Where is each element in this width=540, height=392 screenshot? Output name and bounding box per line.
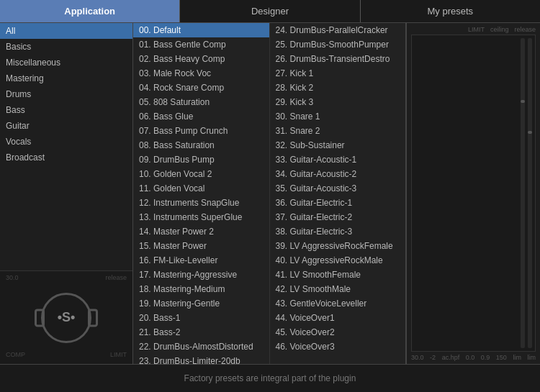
logo-circle (41, 293, 91, 343)
preset-item-24[interactable]: 24. DrumBus-ParallelCracker (270, 23, 406, 37)
sidebar-item-basics[interactable]: Basics (0, 39, 132, 55)
preset-item-38[interactable]: 38. Guitar-Electric-3 (270, 224, 406, 239)
preset-item-23[interactable]: 23. DrumBus-Limiter-20db (133, 354, 269, 364)
category-sidebar: All Basics Miscellaneous Mastering Drums… (0, 23, 133, 364)
preset-item-26[interactable]: 26. DrumBus-TransientDestro (270, 52, 406, 66)
tab-my-presets[interactable]: My presets (361, 0, 540, 22)
preset-item-43[interactable]: 43. GentleVoiceLeveller (270, 296, 406, 311)
preset-item-6[interactable]: 06. Bass Glue (133, 109, 269, 124)
plugin-logo-area: 30.0 release COMP LIMIT (0, 270, 132, 364)
comp-label: COMP (6, 351, 25, 358)
preset-item-42[interactable]: 42. LV SmoothMale (270, 282, 406, 296)
slider-release-handle (521, 100, 525, 103)
preset-item-15[interactable]: 15. Master Power (133, 239, 269, 253)
preset-item-7[interactable]: 07. Bass Pump Crunch (133, 124, 269, 138)
headphone-right (88, 309, 98, 327)
preset-item-36[interactable]: 36. Guitar-Electric-1 (270, 196, 406, 210)
preset-item-2[interactable]: 02. Bass Heavy Comp (133, 52, 269, 66)
preset-item-28[interactable]: 28. Kick 2 (270, 81, 406, 95)
header-tabs: Application Designer My presets (0, 0, 540, 23)
preset-item-22[interactable]: 22. DrumBus-AlmostDistorted (133, 339, 269, 354)
sidebar-param-right: release (105, 274, 127, 281)
main-content: All Basics Miscellaneous Mastering Drums… (0, 23, 540, 364)
meter-area (411, 35, 536, 352)
preset-item-20[interactable]: 20. Bass-1 (133, 311, 269, 325)
limit-label-sidebar: LIMIT (110, 351, 127, 358)
preset-item-40[interactable]: 40. LV AggressiveRockMale (270, 253, 406, 268)
preset-item-31[interactable]: 31. Snare 2 (270, 124, 406, 138)
preset-item-25[interactable]: 25. DrumBus-SmoothPumper (270, 37, 406, 52)
preset-columns: 00. Default 01. Bass Gentle Comp 02. Bas… (133, 23, 407, 364)
preset-item-41[interactable]: 41. LV SmoothFemale (270, 268, 406, 282)
preset-item-5[interactable]: 05. 808 Saturation (133, 95, 269, 109)
sidebar-item-drums[interactable]: Drums (0, 86, 132, 102)
preset-item-29[interactable]: 29. Kick 3 (270, 95, 406, 109)
preset-item-14[interactable]: 14. Master Power 2 (133, 224, 269, 239)
preset-item-1[interactable]: 01. Bass Gentle Comp (133, 37, 269, 52)
preset-item-12[interactable]: 12. Instruments SnapGlue (133, 196, 269, 210)
sidebar-item-vocals[interactable]: Vocals (0, 134, 132, 150)
right-panel: LIMIT ceiling release 30.0 -2 ac.hpf 0.0 (407, 23, 540, 364)
preset-item-34[interactable]: 34. Guitar-Acoustic-2 (270, 167, 406, 181)
slider-release[interactable] (521, 38, 525, 348)
preset-list-col1: 00. Default 01. Bass Gentle Comp 02. Bas… (133, 23, 270, 364)
sidebar-item-guitar[interactable]: Guitar (0, 118, 132, 134)
preset-item-37[interactable]: 37. Guitar-Electric-2 (270, 210, 406, 224)
sidebar-item-miscellaneous[interactable]: Miscellaneous (0, 55, 132, 70)
preset-item-21[interactable]: 21. Bass-2 (133, 325, 269, 339)
preset-item-39[interactable]: 39. LV AggressiveRockFemale (270, 239, 406, 253)
sidebar-item-mastering[interactable]: Mastering (0, 70, 132, 86)
logo-wrapper (41, 293, 91, 343)
slider-ceiling-handle (528, 131, 532, 134)
category-list: All Basics Miscellaneous Mastering Drums… (0, 23, 132, 270)
tab-application[interactable]: Application (0, 0, 180, 22)
preset-item-19[interactable]: 19. Mastering-Gentle (133, 296, 269, 311)
preset-item-44[interactable]: 44. VoiceOver1 (270, 311, 406, 325)
sidebar-item-all[interactable]: All (0, 23, 132, 39)
sidebar-bottom-controls: COMP LIMIT (6, 351, 127, 358)
right-top-labels: LIMIT ceiling release (411, 26, 536, 35)
preset-item-45[interactable]: 45. VoiceOver2 (270, 325, 406, 339)
preset-item-46[interactable]: 46. VoiceOver3 (270, 339, 406, 354)
tab-designer[interactable]: Designer (180, 0, 360, 22)
preset-item-16[interactable]: 16. FM-Like-Leveller (133, 253, 269, 268)
sidebar-param-left: 30.0 (6, 274, 19, 281)
right-bottom-labels: 30.0 -2 ac.hpf 0.0 0.9 150 lim lim (411, 352, 536, 361)
preset-item-35[interactable]: 35. Guitar-Acoustic-3 (270, 181, 406, 196)
preset-item-32[interactable]: 32. Sub-Sustainer (270, 138, 406, 152)
preset-item-4[interactable]: 04. Rock Snare Comp (133, 81, 269, 95)
preset-item-0[interactable]: 00. Default (133, 23, 269, 37)
preset-item-30[interactable]: 30. Snare 1 (270, 109, 406, 124)
slider-ceiling[interactable] (528, 38, 532, 348)
preset-item-10[interactable]: 10. Golden Vocal 2 (133, 167, 269, 181)
preset-item-17[interactable]: 17. Mastering-Aggressive (133, 268, 269, 282)
preset-item-18[interactable]: 18. Mastering-Medium (133, 282, 269, 296)
sidebar-item-bass[interactable]: Bass (0, 102, 132, 118)
app-container: Application Designer My presets All Basi… (0, 0, 540, 392)
headphone-left (35, 309, 45, 327)
preset-item-13[interactable]: 13. Instruments SuperGlue (133, 210, 269, 224)
preset-item-11[interactable]: 11. Golden Vocal (133, 181, 269, 196)
preset-item-8[interactable]: 08. Bass Saturation (133, 138, 269, 152)
preset-item-33[interactable]: 33. Guitar-Acoustic-1 (270, 152, 406, 167)
footer: Factory presets are integral part of the… (0, 364, 540, 392)
preset-item-9[interactable]: 09. DrumBus Pump (133, 152, 269, 167)
sidebar-item-broadcast[interactable]: Broadcast (0, 150, 132, 165)
preset-list-col2: 24. DrumBus-ParallelCracker 25. DrumBus-… (270, 23, 407, 364)
preset-item-27[interactable]: 27. Kick 1 (270, 66, 406, 81)
preset-item-3[interactable]: 03. Male Rock Voc (133, 66, 269, 81)
